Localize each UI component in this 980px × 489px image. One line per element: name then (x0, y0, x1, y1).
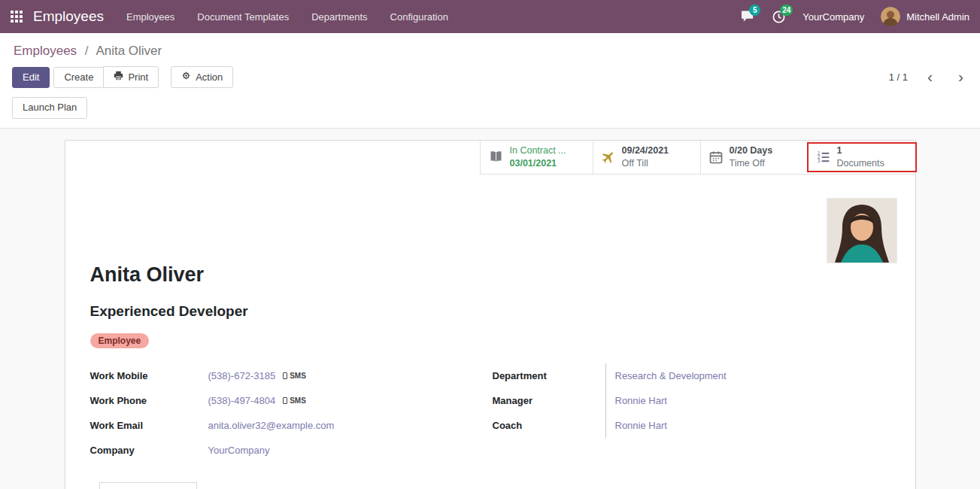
documents-label: Documents (837, 157, 884, 169)
svg-text:3: 3 (817, 157, 820, 162)
time-off-label: Time Off (730, 157, 773, 169)
documents-stat-button[interactable]: 123 1 Documents (808, 141, 915, 175)
field-row-manager: Manager Ronnie Hart (493, 388, 897, 413)
content-area: In Contract ... 03/01/2021 09/24/2021 Of… (0, 129, 980, 489)
breadcrumb-parent[interactable]: Employees (14, 44, 77, 58)
list-ol-icon: 123 (816, 150, 831, 165)
field-row-work-phone: Work Phone (538)-497-4804 SMS (90, 388, 493, 413)
time-off-days: 0/20 Days (730, 144, 773, 156)
systray: 5 24 YourCompany Mitchell Admin (741, 7, 969, 26)
tab-hr-settings[interactable]: HR Settings (303, 482, 379, 489)
employee-photo (827, 199, 897, 263)
work-mobile-sms-link[interactable]: SMS (283, 372, 306, 380)
launch-plan-button[interactable]: Launch Plan (12, 97, 87, 118)
user-avatar (881, 7, 900, 26)
time-off-stat-button[interactable]: 0/20 Days Time Off (700, 141, 808, 175)
control-panel: Employees / Anita Oliver Edit Create Pri… (0, 33, 980, 129)
department-value[interactable]: Research & Development (605, 363, 897, 388)
field-row-company: Company YourCompany (90, 438, 493, 463)
breadcrumb: Employees / Anita Oliver (14, 44, 966, 59)
company-label: Company (90, 445, 208, 456)
pager: 1 / 1 ‹ › (889, 70, 968, 84)
create-button[interactable]: Create (53, 67, 104, 88)
messages-badge: 5 (749, 5, 760, 16)
sms-label: SMS (290, 396, 306, 405)
manager-value[interactable]: Ronnie Hart (605, 388, 897, 413)
pager-previous-icon[interactable]: ‹ (926, 70, 934, 84)
edit-button[interactable]: Edit (12, 67, 50, 88)
employee-form: Anita Oliver Experienced Developer Emplo… (65, 175, 915, 489)
contract-stat-button[interactable]: In Contract ... 03/01/2021 (480, 141, 593, 175)
tab-private-information[interactable]: Private Information (197, 482, 303, 489)
company-value[interactable]: YourCompany (208, 445, 270, 456)
notebook-tabs: Work Information Private Information HR … (90, 482, 897, 489)
breadcrumb-separator: / (85, 44, 89, 58)
documents-count: 1 (837, 144, 884, 156)
field-row-work-mobile: Work Mobile (538)-672-3185 SMS (90, 363, 493, 388)
main-menu: Employees Document Templates Departments… (126, 8, 448, 26)
work-mobile-value[interactable]: (538)-672-3185 (208, 370, 276, 381)
app-title: Employees (33, 8, 104, 25)
stat-button-bar: In Contract ... 03/01/2021 09/24/2021 Of… (65, 141, 915, 175)
employee-job-title: Experienced Developer (90, 303, 897, 320)
work-email-label: Work Email (90, 420, 208, 431)
print-label: Print (128, 71, 148, 84)
plane-icon (601, 150, 616, 165)
company-switcher[interactable]: YourCompany (803, 11, 864, 23)
printer-icon (114, 71, 123, 84)
action-label: Action (196, 71, 223, 84)
work-mobile-label: Work Mobile (90, 370, 208, 381)
user-name: Mitchell Admin (906, 11, 969, 23)
manager-label: Manager (493, 395, 605, 406)
employee-tag: Employee (90, 333, 150, 348)
work-email-value[interactable]: anita.oliver32@example.com (208, 420, 335, 431)
field-row-coach: Coach Ronnie Hart (493, 413, 897, 438)
menu-employees[interactable]: Employees (126, 8, 174, 26)
activities-badge: 24 (780, 5, 793, 16)
pager-next-icon[interactable]: › (957, 70, 965, 84)
tab-work-information[interactable]: Work Information (99, 482, 198, 489)
contract-date: 03/01/2021 (510, 157, 566, 169)
employee-name: Anita Oliver (90, 175, 897, 287)
user-menu[interactable]: Mitchell Admin (881, 7, 969, 26)
contract-status-text: In Contract ... (510, 144, 566, 156)
menu-departments[interactable]: Departments (311, 8, 367, 26)
breadcrumb-current: Anita Oliver (96, 44, 162, 58)
work-phone-sms-link[interactable]: SMS (283, 396, 306, 405)
off-till-date: 09/24/2021 (622, 144, 669, 156)
apps-menu-icon[interactable] (11, 11, 23, 23)
button-row: Edit Create Print Action 1 / 1 ‹ › (12, 66, 968, 88)
menu-configuration[interactable]: Configuration (390, 8, 448, 26)
work-phone-label: Work Phone (90, 395, 208, 406)
field-row-department: Department Research & Development (493, 363, 897, 388)
mobile-phone-icon (283, 372, 287, 379)
form-sheet: In Contract ... 03/01/2021 09/24/2021 Of… (65, 140, 916, 489)
book-icon (488, 149, 504, 165)
off-till-stat-button[interactable]: 09/24/2021 Off Till (593, 141, 700, 175)
left-field-group: Work Mobile (538)-672-3185 SMS Work Phon… (90, 363, 493, 463)
print-button[interactable]: Print (103, 66, 159, 88)
activities-icon[interactable]: 24 (772, 10, 786, 24)
off-till-label: Off Till (622, 157, 669, 169)
gear-icon (181, 71, 191, 84)
field-row-work-email: Work Email anita.oliver32@example.com (90, 413, 493, 438)
pager-value: 1 / 1 (889, 71, 908, 83)
sms-label: SMS (290, 372, 306, 380)
field-groups: Work Mobile (538)-672-3185 SMS Work Phon… (90, 363, 897, 463)
calendar-icon (708, 150, 724, 165)
messages-icon[interactable]: 5 (741, 10, 755, 23)
tab-personal-documents[interactable]: Personal Documents (380, 482, 495, 489)
coach-value[interactable]: Ronnie Hart (605, 413, 897, 438)
action-button[interactable]: Action (171, 66, 233, 88)
menu-document-templates[interactable]: Document Templates (197, 8, 289, 26)
secondary-button-row: Launch Plan (12, 97, 968, 118)
department-label: Department (493, 370, 605, 381)
mobile-phone-icon (283, 397, 287, 404)
top-navbar: Employees Employees Document Templates D… (0, 0, 980, 33)
work-phone-value[interactable]: (538)-497-4804 (208, 395, 276, 406)
right-field-group: Department Research & Development Manage… (493, 363, 897, 463)
coach-label: Coach (493, 420, 605, 431)
